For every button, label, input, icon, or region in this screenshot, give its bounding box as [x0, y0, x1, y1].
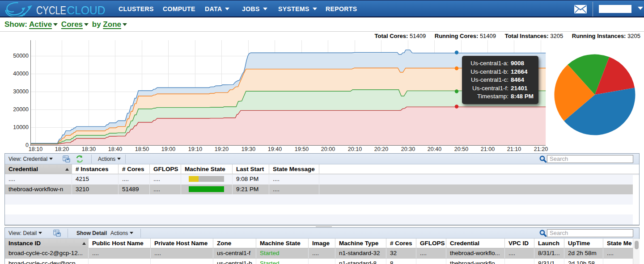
svg-text:20:30: 20:30	[401, 146, 415, 152]
svg-text:30000: 30000	[13, 88, 29, 95]
svg-text:20:20: 20:20	[374, 146, 388, 152]
svg-text:50000: 50000	[13, 53, 29, 59]
svg-text:18:30: 18:30	[82, 146, 96, 152]
svg-text:40000: 40000	[13, 71, 29, 77]
svg-text:18:40: 18:40	[108, 146, 122, 152]
svg-text:20:50: 20:50	[454, 146, 468, 152]
svg-text:19:20: 19:20	[215, 146, 229, 152]
svg-text:19:40: 19:40	[268, 146, 282, 152]
svg-text:20:40: 20:40	[428, 146, 441, 152]
svg-text:18:50: 18:50	[135, 146, 149, 152]
svg-text:20:10: 20:10	[348, 146, 362, 152]
svg-text:18:20: 18:20	[55, 146, 69, 152]
svg-text:18:10: 18:10	[29, 146, 42, 152]
svg-text:19:00: 19:00	[161, 146, 175, 152]
svg-text:21:10: 21:10	[507, 146, 521, 152]
svg-text:21:00: 21:00	[481, 146, 495, 152]
svg-text:19:10: 19:10	[188, 146, 202, 152]
svg-text:21:20: 21:20	[534, 146, 548, 152]
svg-text:19:50: 19:50	[295, 146, 309, 152]
svg-text:20000: 20000	[13, 106, 29, 113]
svg-text:20:00: 20:00	[321, 146, 335, 152]
svg-text:10000: 10000	[13, 124, 29, 130]
svg-text:19:30: 19:30	[242, 146, 255, 152]
